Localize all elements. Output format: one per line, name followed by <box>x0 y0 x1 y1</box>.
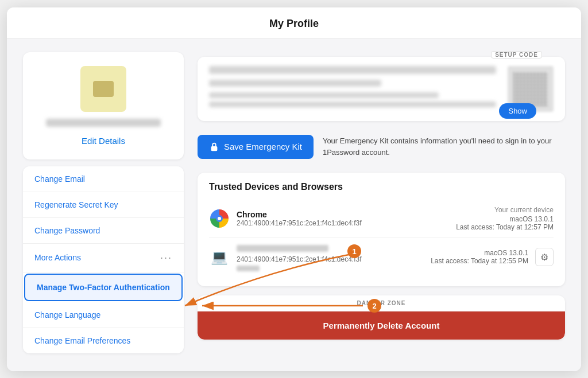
page-header: My Profile <box>7 7 581 38</box>
device-addr-laptop: 2401:4900:41e7:951c:2ce1:f4c1:dec4:f3f <box>237 255 424 263</box>
more-actions-dots: ··· <box>160 252 172 264</box>
chrome-center <box>216 215 223 222</box>
device-name-chrome: Chrome <box>237 210 449 219</box>
sidebar-item-change-email-prefs[interactable]: Change Email Preferences <box>23 328 184 353</box>
setup-code-label: SETUP CODE <box>491 51 542 59</box>
lock-icon <box>209 142 219 152</box>
device-os-chrome: macOS 13.0.1 <box>456 215 554 223</box>
show-button[interactable]: Show <box>499 103 536 119</box>
permanently-delete-button[interactable]: Permanently Delete Account <box>198 311 565 340</box>
blur-line-4 <box>209 102 496 107</box>
sidebar-item-more-actions[interactable]: More Actions ··· <box>23 244 184 272</box>
gear-icon: ⚙ <box>540 252 548 263</box>
device-current-label: Your current device <box>456 206 554 214</box>
device-settings-button[interactable]: ⚙ <box>535 248 554 266</box>
qr-pattern <box>513 72 548 106</box>
device-meta-laptop: macOS 13.0.1 Last access: Today at 12:55… <box>431 249 528 265</box>
page-title: My Profile <box>269 18 319 29</box>
flag-blur <box>237 266 260 271</box>
name-blur <box>46 119 161 127</box>
blur-line-1 <box>209 66 496 74</box>
content-area: SETUP CODE Show <box>198 52 565 357</box>
avatar <box>80 66 126 112</box>
trusted-devices-section: Trusted Devices and Browsers Chrome 2401… <box>198 173 565 286</box>
svg-rect-0 <box>211 146 218 151</box>
device-name-blur <box>237 245 328 252</box>
chrome-icon <box>210 209 229 228</box>
device-info-chrome: Chrome 2401:4900:41e7:951c:2ce1:f4c1:dec… <box>237 210 449 227</box>
save-emergency-kit-button[interactable]: Save Emergency Kit <box>198 135 314 159</box>
edit-details-button[interactable]: Edit Details <box>77 134 130 148</box>
danger-zone: DANGER ZONE Permanently Delete Account <box>198 295 565 340</box>
trusted-devices-title: Trusted Devices and Browsers <box>209 182 554 192</box>
device-info-laptop: 2401:4900:41e7:951c:2ce1:f4c1:dec4:f3f <box>237 243 424 271</box>
sidebar-item-change-language[interactable]: Change Language <box>23 302 184 328</box>
sidebar: Edit Details Change Email Regenerate Sec… <box>23 52 184 357</box>
main-content: Edit Details Change Email Regenerate Sec… <box>7 38 581 371</box>
blur-line-2 <box>209 80 381 87</box>
setup-code-card: SETUP CODE Show <box>198 57 565 121</box>
device-addr-chrome: 2401:4900:41e7:951c:2ce1:f4c1:dec4:f3f <box>237 219 449 227</box>
chrome-icon-wrapper <box>209 208 230 229</box>
app-window: My Profile Edit Details Change Email Reg… <box>7 7 581 371</box>
device-os-laptop: macOS 13.0.1 <box>431 249 528 257</box>
sidebar-item-change-email[interactable]: Change Email <box>23 166 184 192</box>
blur-line-3 <box>209 92 439 98</box>
emergency-row: Save Emergency Kit Your Emergency Kit co… <box>198 130 565 163</box>
avatar-inner <box>93 81 114 97</box>
profile-card: Edit Details <box>23 52 184 159</box>
device-item-chrome: Chrome 2401:4900:41e7:951c:2ce1:f4c1:dec… <box>209 200 554 237</box>
sidebar-item-regenerate-secret[interactable]: Regenerate Secret Key <box>23 192 184 218</box>
device-last-access-chrome: Last access: Today at 12:57 PM <box>456 223 554 231</box>
device-last-access-laptop: Last access: Today at 12:55 PM <box>431 257 528 265</box>
setup-code-info <box>209 66 496 112</box>
danger-zone-label: DANGER ZONE <box>198 295 565 311</box>
laptop-icon: 💻 <box>211 249 228 265</box>
setup-code-row: Show <box>209 66 554 112</box>
emergency-kit-description: Your Emergency Kit contains information … <box>323 135 565 158</box>
nav-menu: Change Email Regenerate Secret Key Chang… <box>23 166 184 353</box>
sidebar-item-change-password[interactable]: Change Password <box>23 218 184 244</box>
sidebar-item-manage-2fa[interactable]: Manage Two-Factor Authentication <box>24 274 183 301</box>
device-item-laptop: 💻 2401:4900:41e7:951c:2ce1:f4c1:dec4:f3f… <box>209 237 554 277</box>
device-meta-chrome: Your current device macOS 13.0.1 Last ac… <box>456 206 554 231</box>
laptop-icon-wrapper: 💻 <box>209 247 230 267</box>
